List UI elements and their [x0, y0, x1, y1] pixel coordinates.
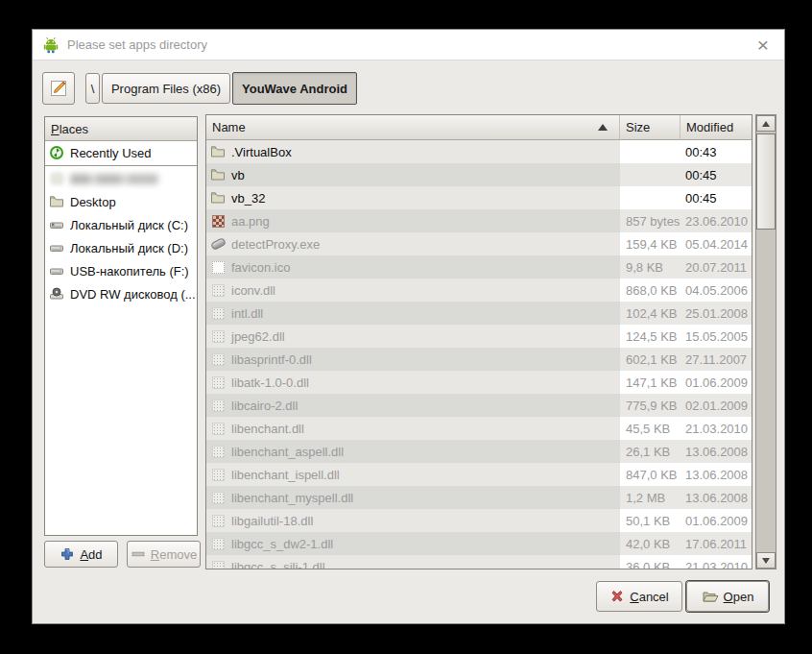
file-name: vb	[231, 168, 245, 182]
table-row[interactable]: libenchant.dll45,5 KB21.03.2010	[206, 417, 752, 440]
file-modified-cell: 21.03.2010	[681, 555, 752, 569]
file-chooser-dialog: Please set apps directory × \ Program Fi…	[32, 29, 785, 624]
table-row[interactable]: libatk-1.0-0.dll147,1 KB01.06.2009	[206, 371, 752, 394]
column-header-size[interactable]: Size	[620, 115, 681, 140]
scroll-down-button[interactable]	[756, 552, 776, 569]
file-name: libgcc_s_dw2-1.dll	[231, 537, 333, 551]
file-modified-cell: 15.05.2005	[681, 325, 752, 348]
computer-icon	[49, 171, 64, 186]
file-name-cell: iconv.dll	[206, 279, 620, 302]
places-item-label: Локальный диск (D:)	[70, 241, 188, 255]
file-name: jpeg62.dll	[231, 329, 285, 344]
file-size-cell: 36,0 KB	[620, 555, 681, 569]
table-row[interactable]: libenchant_myspell.dll1,2 MB13.06.2008	[206, 486, 752, 509]
dll-file-icon	[210, 375, 226, 390]
file-name-cell: libenchant_ispell.dll	[206, 463, 620, 486]
file-modified-cell: 05.04.2014	[681, 232, 752, 255]
file-name: iconv.dll	[231, 283, 275, 298]
file-size-cell: 602,1 KB	[620, 348, 681, 371]
file-modified-cell: 00:45	[681, 163, 752, 186]
add-bookmark-button[interactable]: Add	[44, 541, 118, 568]
file-name: libcairo-2.dll	[231, 399, 298, 413]
file-size-cell	[620, 140, 681, 163]
file-name-cell: jpeg62.dll	[206, 325, 620, 348]
file-size-cell: 1,2 MB	[620, 486, 681, 509]
path-crumb-youwave-android[interactable]: YouWave Android	[232, 72, 357, 105]
dll-file-icon	[210, 351, 226, 367]
dll-file-icon	[210, 444, 226, 459]
file-modified-cell: 23.06.2010	[681, 209, 752, 232]
table-row[interactable]: aa.png857 bytes23.06.2010	[206, 209, 752, 232]
table-row[interactable]: intl.dll102,4 KB25.01.2008	[206, 302, 752, 325]
places-item[interactable]	[45, 167, 197, 190]
places-item[interactable]: USB-накопитель (F:)	[45, 259, 197, 282]
table-row[interactable]: .VirtualBox00:43	[206, 140, 752, 163]
file-size-cell: 124,5 KB	[620, 325, 681, 348]
places-item[interactable]: Desktop	[45, 190, 197, 213]
table-row[interactable]: detectProxy.exe159,4 KB05.04.2014	[206, 232, 752, 255]
table-row[interactable]: iconv.dll868,0 KB04.05.2006	[206, 279, 752, 302]
table-row[interactable]: libenchant_ispell.dll847,0 KB13.06.2008	[206, 463, 752, 486]
vertical-scrollbar[interactable]	[755, 114, 776, 569]
dialog-title: Please set apps directory	[67, 37, 207, 52]
table-row[interactable]: jpeg62.dll124,5 KB15.05.2005	[206, 325, 752, 348]
close-icon[interactable]: ×	[750, 32, 776, 59]
table-row[interactable]: favicon.ico9,8 KB20.07.2011	[206, 255, 752, 279]
places-item-label: Локальный диск (C:)	[70, 218, 188, 232]
drive-icon	[49, 240, 64, 255]
table-row[interactable]: libasprintf-0.dll602,1 KB27.11.2007	[206, 348, 752, 371]
places-item-label: USB-накопитель (F:)	[70, 264, 189, 279]
path-crumb-program-files[interactable]: Program Files (x86)	[102, 73, 230, 104]
dll-file-icon	[210, 490, 226, 505]
file-name: libenchant_myspell.dll	[231, 491, 353, 505]
column-header-modified[interactable]: Modified	[681, 115, 752, 140]
file-modified-cell: 01.06.2009	[681, 509, 752, 532]
file-name-cell: libgcc_s_sjlj-1.dll	[206, 555, 620, 569]
file-name-cell: vb	[206, 163, 620, 186]
table-row[interactable]: libcairo-2.dll775,9 KB02.01.2009	[206, 394, 752, 417]
folder-icon	[210, 144, 226, 159]
arrow-down-icon	[762, 558, 770, 564]
scrollbar-thumb[interactable]	[756, 133, 776, 230]
column-header-name[interactable]: Name	[206, 115, 620, 140]
file-size-cell: 147,1 KB	[620, 371, 681, 394]
scroll-up-button[interactable]	[756, 115, 776, 132]
arrow-up-icon	[762, 121, 770, 127]
table-row[interactable]: libgcc_s_sjlj-1.dll36,0 KB21.03.2010	[206, 555, 752, 569]
remove-bookmark-button[interactable]: Remove	[127, 541, 201, 568]
file-name: libgailutil-18.dll	[231, 514, 313, 528]
file-name-cell: libenchant.dll	[206, 417, 620, 440]
places-item[interactable]: Recently Used	[45, 141, 197, 164]
file-modified-cell: 27.11.2007	[681, 348, 752, 371]
table-row[interactable]: libgailutil-18.dll50,1 KB01.06.2009	[206, 509, 752, 532]
file-name-cell: aa.png	[206, 209, 620, 232]
file-name-cell: libenchant_aspell.dll	[206, 440, 620, 463]
open-button[interactable]: Open	[686, 581, 769, 612]
type-location-button[interactable]	[42, 72, 75, 105]
table-row[interactable]: libgcc_s_dw2-1.dll42,0 KB17.06.2011	[206, 532, 752, 555]
file-name-cell: libatk-1.0-0.dll	[206, 371, 620, 394]
file-modified-cell: 13.06.2008	[681, 486, 752, 509]
recent-icon	[49, 145, 64, 160]
places-item[interactable]: Локальный диск (C:)	[45, 213, 197, 236]
file-name: libgcc_s_sjlj-1.dll	[231, 560, 325, 569]
places-item[interactable]: Локальный диск (D:)	[45, 236, 197, 259]
file-modified-cell: 20.07.2011	[681, 255, 752, 279]
table-row[interactable]: vb00:45	[206, 163, 752, 186]
path-root-button[interactable]: \	[85, 73, 100, 104]
sort-ascending-icon	[598, 124, 608, 131]
file-name-cell: libasprintf-0.dll	[206, 348, 620, 371]
file-name-cell: favicon.ico	[206, 255, 620, 279]
table-row[interactable]: vb_3200:45	[206, 186, 752, 209]
places-panel: Places Recently UsedDesktopЛокальный дис…	[44, 116, 198, 536]
file-size-cell: 775,9 KB	[620, 394, 681, 417]
cancel-button[interactable]: Cancel	[596, 581, 682, 612]
places-item[interactable]: DVD RW дисковод (...	[45, 282, 197, 305]
ico-file-icon	[210, 259, 226, 275]
file-modified-cell: 02.01.2009	[681, 394, 752, 417]
open-folder-icon	[702, 589, 719, 604]
file-name: libenchant_aspell.dll	[231, 445, 344, 459]
file-size-cell: 50,1 KB	[620, 509, 681, 532]
table-row[interactable]: libenchant_aspell.dll26,1 KB13.06.2008	[206, 440, 752, 463]
places-header[interactable]: Places	[45, 117, 197, 141]
